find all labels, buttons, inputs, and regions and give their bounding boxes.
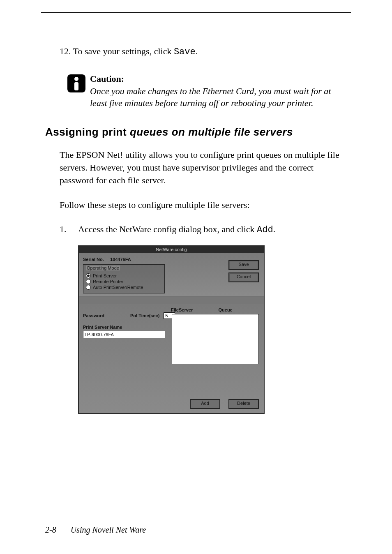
svg-point-1 xyxy=(74,77,78,81)
page-number: 2-8 xyxy=(45,525,56,534)
radio-auto[interactable]: Auto PrintServer/Remote xyxy=(86,285,162,290)
step-1-text-before: Access the NetWare config dialog box, an… xyxy=(78,224,257,234)
delete-button[interactable]: Delete xyxy=(228,399,259,409)
step-12-text-after: . xyxy=(196,46,198,56)
queue-column-header: Queue xyxy=(219,307,258,312)
fileserver-column-header: FileServer xyxy=(171,307,219,312)
print-server-name-input[interactable] xyxy=(83,331,165,338)
netware-config-dialog: NetWare config Serial No. 104476FA Opera… xyxy=(78,245,265,414)
radio-icon xyxy=(86,273,91,278)
radio-remote-printer-label: Remote Printer xyxy=(93,279,123,284)
pol-time-label: Pol Time(sec) xyxy=(130,313,159,318)
svg-rect-2 xyxy=(74,82,78,90)
step-1-code: Add xyxy=(257,225,273,235)
step-12: 12. To save your settings, click Save. xyxy=(60,46,347,57)
radio-auto-label: Auto PrintServer/Remote xyxy=(93,285,143,290)
step-12-number: 12. xyxy=(60,46,71,56)
caution-heading: Caution: xyxy=(90,74,124,84)
serial-no-value: 104476FA xyxy=(110,257,131,262)
section-heading: Assigning print queues on multiple file … xyxy=(45,126,347,138)
serial-no-label: Serial No. xyxy=(83,257,104,262)
save-button[interactable]: Save xyxy=(228,260,259,270)
cancel-button[interactable]: Cancel xyxy=(228,272,259,282)
paragraph-2: Follow these steps to configure multiple… xyxy=(60,199,347,212)
radio-print-server[interactable]: Print Server xyxy=(86,273,162,278)
password-label: Password xyxy=(83,313,110,318)
caution-body: Once you make changes to the Ethernet Cu… xyxy=(90,86,331,108)
radio-icon xyxy=(86,285,91,290)
caution-icon xyxy=(67,74,86,93)
step-12-text-before: To save your settings, click xyxy=(73,46,174,56)
page-top-rule xyxy=(41,12,351,13)
dialog-title: NetWare config xyxy=(79,246,264,253)
operating-mode-legend: Operating Mode xyxy=(86,265,120,270)
running-head: Using Novell Net Ware xyxy=(71,525,146,534)
step-1-text-after: . xyxy=(273,224,276,234)
radio-icon xyxy=(86,279,91,284)
radio-remote-printer[interactable]: Remote Printer xyxy=(86,279,162,284)
section-heading-part1: Assigning print xyxy=(45,126,130,138)
fileserver-queue-listbox[interactable] xyxy=(172,314,259,364)
paragraph-1: The EPSON Net! utility allows you to con… xyxy=(60,149,347,187)
section-heading-part2: queues on multiple file servers xyxy=(130,126,293,138)
page-footer: 2-8 Using Novell Net Ware xyxy=(45,521,351,535)
radio-print-server-label: Print Server xyxy=(93,273,117,278)
step-1: 1. Access the NetWare config dialog box,… xyxy=(60,224,347,235)
caution-block: Caution: Once you make changes to the Et… xyxy=(67,73,347,109)
add-button[interactable]: Add xyxy=(190,399,220,409)
operating-mode-group: Operating Mode Print Server Remote Print… xyxy=(83,264,165,293)
step-1-number: 1. xyxy=(60,224,78,235)
step-12-code: Save xyxy=(174,47,196,57)
